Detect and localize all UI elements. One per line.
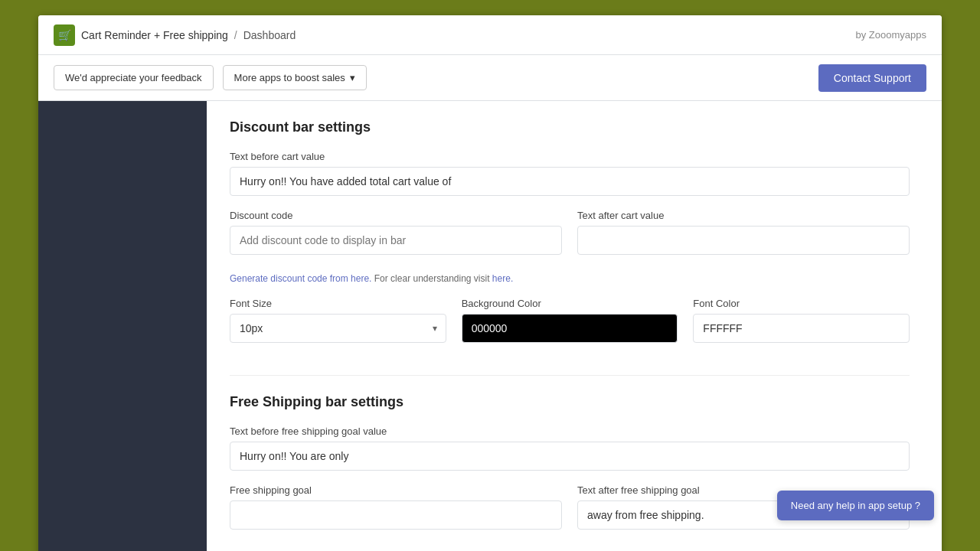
discount-code-label: Discount code: [230, 210, 562, 221]
discount-code-input[interactable]: [230, 226, 562, 255]
text-before-cart-input[interactable]: [230, 167, 910, 196]
breadcrumb-app-name: Cart Reminder + Free shipping: [81, 29, 228, 41]
free-shipping-goal-input[interactable]: [230, 500, 562, 530]
font-size-select-wrapper: 10px 12px 14px 16px ▾: [230, 314, 446, 343]
helper-plain-text: For clear understanding visit: [374, 273, 492, 284]
breadcrumb: 🛒 Cart Reminder + Free shipping / Dashbo…: [54, 24, 296, 46]
free-shipping-section-title: Free Shipping bar settings: [230, 394, 910, 410]
more-apps-label: More apps to boost sales: [234, 72, 345, 83]
discount-code-group: Discount code: [230, 210, 562, 255]
font-size-select[interactable]: 10px 12px 14px 16px: [230, 314, 446, 343]
background-color-group: Background Color: [462, 298, 678, 343]
text-after-cart-group: Text after cart value: [577, 210, 910, 255]
font-size-group: Font Size 10px 12px 14px 16px ▾: [230, 298, 446, 343]
breadcrumb-separator: /: [234, 29, 237, 41]
background-color-label: Background Color: [462, 298, 678, 309]
discount-helper-text: Generate discount code from here. For cl…: [230, 273, 910, 284]
content-inner: Discount bar settings Text before cart v…: [207, 101, 933, 551]
font-color-input[interactable]: [693, 314, 910, 343]
color-settings-row: Font Size 10px 12px 14px 16px ▾: [230, 298, 910, 357]
app-icon-symbol: 🛒: [58, 29, 71, 41]
section-divider: [230, 375, 910, 376]
discount-bar-section: Discount bar settings Text before cart v…: [230, 119, 910, 357]
font-color-label: Font Color: [693, 298, 910, 309]
feedback-button[interactable]: We'd appreciate your feedback: [54, 65, 214, 90]
font-size-label: Font Size: [230, 298, 446, 309]
text-before-shipping-group: Text before free shipping goal value: [230, 425, 910, 471]
text-before-cart-label: Text before cart value: [230, 151, 910, 162]
sidebar: [38, 101, 207, 551]
here-link[interactable]: here.: [492, 273, 513, 284]
background-color-input[interactable]: [462, 314, 678, 343]
free-shipping-goal-group: Free shipping goal: [230, 484, 562, 530]
app-container: 🛒 Cart Reminder + Free shipping / Dashbo…: [38, 15, 942, 551]
free-shipping-goal-label: Free shipping goal: [230, 484, 562, 496]
discount-code-row: Discount code Text after cart value: [230, 210, 910, 269]
main-layout: Discount bar settings Text before cart v…: [38, 101, 942, 551]
sub-header: We'd appreciate your feedback More apps …: [38, 55, 942, 101]
by-zoomy-label: by Zooomyapps: [856, 29, 927, 41]
generate-discount-link[interactable]: Generate discount code from here.: [230, 273, 371, 284]
app-icon: 🛒: [54, 24, 75, 46]
contact-support-button[interactable]: Contact Support: [818, 64, 926, 92]
more-apps-button[interactable]: More apps to boost sales ▾: [223, 65, 367, 90]
top-header: 🛒 Cart Reminder + Free shipping / Dashbo…: [38, 15, 942, 55]
text-before-shipping-label: Text before free shipping goal value: [230, 425, 910, 437]
text-before-cart-group: Text before cart value: [230, 151, 910, 196]
discount-section-title: Discount bar settings: [230, 119, 910, 135]
help-bubble[interactable]: Need any help in app setup ?: [777, 491, 934, 520]
breadcrumb-page: Dashboard: [243, 29, 296, 41]
text-after-cart-input[interactable]: [577, 226, 910, 255]
free-shipping-section: Free Shipping bar settings Text before f…: [230, 394, 910, 543]
font-color-group: Font Color: [693, 298, 910, 343]
text-after-cart-label: Text after cart value: [577, 210, 910, 221]
more-apps-chevron-icon: ▾: [350, 72, 355, 83]
sub-header-left: We'd appreciate your feedback More apps …: [54, 65, 367, 90]
content-area: Discount bar settings Text before cart v…: [207, 101, 942, 551]
text-before-shipping-input[interactable]: [230, 442, 910, 471]
